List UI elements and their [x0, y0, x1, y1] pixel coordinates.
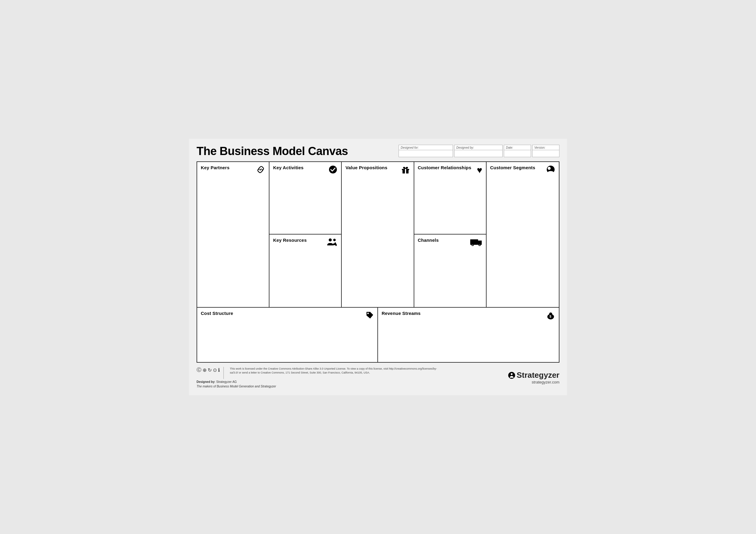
footer-designed-by-label: Designed by	[197, 380, 214, 384]
page: The Business Model Canvas Designed for: …	[189, 139, 567, 395]
canvas: Key Partners Key Activities	[197, 161, 559, 363]
svg-rect-13	[478, 244, 482, 245]
revenue-streams-cell: Revenue Streams $	[378, 308, 559, 362]
version-value[interactable]	[532, 150, 559, 157]
canvas-top-row: Key Partners Key Activities	[197, 162, 559, 308]
svg-point-3	[333, 239, 336, 241]
activities-resources-col: Key Activities Key Resources	[269, 162, 342, 307]
version-field[interactable]: Version:	[532, 145, 559, 157]
cost-structure-title: Cost Structure	[201, 311, 374, 316]
svg-rect-8	[470, 239, 478, 244]
designed-by-field[interactable]: Designed by:	[454, 145, 502, 157]
version-label: Version:	[532, 145, 559, 150]
customer-segments-icon	[546, 165, 555, 175]
channels-icon	[470, 238, 482, 247]
key-activities-icon	[328, 165, 338, 176]
cc-nc-icon: ℹ	[218, 367, 220, 373]
footer-license-text: This work is licensed under the Creative…	[230, 367, 442, 374]
svg-point-17	[367, 313, 369, 314]
revenue-streams-icon: $	[546, 311, 555, 321]
svg-point-1	[329, 165, 337, 173]
footer-brand-url: strategyzer.com	[508, 380, 559, 384]
svg-rect-14	[470, 244, 478, 245]
key-activities-title: Key Activities	[273, 165, 338, 170]
key-partners-title: Key Partners	[201, 165, 265, 170]
svg-text:$: $	[550, 315, 551, 318]
brand-text: Strategyzer	[517, 370, 559, 380]
revenue-streams-title: Revenue Streams	[382, 311, 555, 316]
key-resources-icon	[327, 238, 338, 248]
customer-relationships-title: Customer Relationships	[418, 165, 482, 170]
key-partners-icon	[256, 165, 265, 176]
date-field[interactable]: Date:	[504, 145, 531, 157]
footer-divider	[224, 367, 224, 379]
footer-brand: Strategyzer strategyzer.com	[508, 370, 559, 384]
cost-structure-icon	[365, 311, 374, 321]
footer-designed-by-value: Strategyzer AG	[216, 380, 237, 384]
footer-tagline: The makers of Business Model Generation …	[197, 385, 442, 388]
designed-for-label: Designed for:	[399, 145, 453, 150]
cc-nd-icon: ⊙	[213, 367, 217, 373]
footer: Ⓒ ⊕ ↻ ⊙ ℹ This work is licensed under th…	[197, 366, 559, 389]
key-activities-cell: Key Activities	[269, 162, 341, 235]
footer-left: Ⓒ ⊕ ↻ ⊙ ℹ This work is licensed under th…	[197, 367, 442, 388]
date-value[interactable]	[504, 150, 531, 157]
canvas-bottom-row: Cost Structure Revenue Streams	[197, 308, 559, 362]
customer-relationships-cell: Customer Relationships ♥	[414, 162, 486, 235]
key-partners-cell: Key Partners	[197, 162, 269, 307]
value-propositions-icon	[401, 165, 410, 175]
designed-by-value[interactable]	[454, 150, 502, 157]
svg-line-0	[260, 169, 261, 170]
header-fields: Designed for: Designed by: Date: Version…	[354, 145, 559, 157]
key-resources-cell: Key Resources	[269, 235, 341, 307]
footer-brand-name: Strategyzer	[508, 370, 559, 380]
footer-license-icons: Ⓒ ⊕ ↻ ⊙ ℹ	[197, 367, 220, 373]
svg-point-21	[511, 373, 513, 375]
cc-sa-icon: ↻	[208, 367, 212, 373]
channels-cell: Channels	[414, 235, 486, 307]
cost-structure-cell: Cost Structure	[197, 308, 378, 362]
cc-by-icon: ⊕	[202, 367, 206, 373]
license-block: Ⓒ ⊕ ↻ ⊙ ℹ This work is licensed under th…	[197, 367, 442, 379]
date-label: Date:	[504, 145, 531, 150]
designed-by-label: Designed by:	[454, 145, 502, 150]
svg-point-2	[329, 239, 332, 242]
cc-icon: Ⓒ	[197, 367, 202, 373]
customer-segments-cell: Customer Segments	[487, 162, 559, 307]
designed-for-field[interactable]: Designed for:	[398, 145, 453, 157]
value-propositions-cell: Value Propositions	[342, 162, 414, 307]
customer-relationships-icon: ♥	[477, 165, 482, 175]
footer-tagline-text: The makers of Business Model Generation …	[197, 385, 276, 388]
footer-designed-by: Designed by: Strategyzer AG	[197, 380, 442, 384]
strategyzer-logo-icon	[508, 372, 515, 379]
customer-segments-title: Customer Segments	[490, 165, 555, 170]
header: The Business Model Canvas Designed for: …	[197, 145, 559, 158]
page-title: The Business Model Canvas	[197, 145, 348, 158]
svg-point-16	[548, 167, 551, 170]
designed-for-value[interactable]	[399, 150, 453, 157]
value-propositions-title: Value Propositions	[345, 165, 410, 170]
relationships-channels-col: Customer Relationships ♥ Channels	[414, 162, 487, 307]
